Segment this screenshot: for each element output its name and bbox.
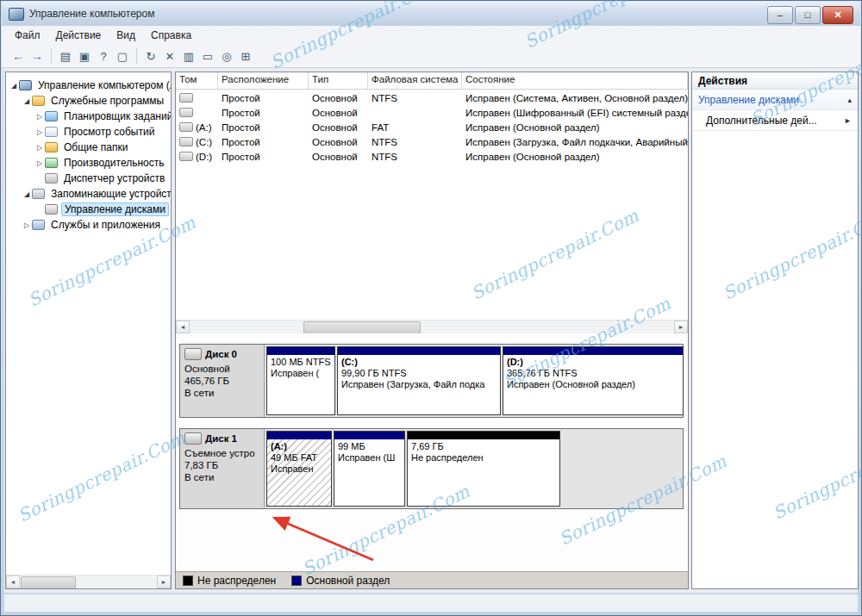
expander-collapsed-icon[interactable]: ▷ bbox=[22, 221, 32, 229]
scrollbar-thumb[interactable] bbox=[21, 576, 76, 589]
tree-item-storage[interactable]: ◢ Запоминающие устройст bbox=[6, 186, 171, 202]
tree-item-task-scheduler[interactable]: ▷ Планировщик заданий bbox=[6, 109, 171, 124]
partition-size: 100 МБ NTFS bbox=[271, 357, 331, 368]
tree-item-system-tools[interactable]: ◢ Служебные программы bbox=[6, 93, 171, 109]
console-window2-icon[interactable]: ▢ bbox=[113, 47, 132, 65]
partition-title: (D:) bbox=[507, 357, 679, 368]
expander-collapsed-icon[interactable]: ▷ bbox=[34, 128, 45, 136]
maximize-button[interactable]: □ bbox=[795, 6, 821, 24]
toolbar-separator bbox=[136, 48, 137, 64]
forward-icon[interactable]: → bbox=[28, 47, 47, 65]
disk-size: 465,76 ГБ bbox=[184, 375, 259, 387]
scroll-left-icon[interactable]: ◄ bbox=[176, 320, 190, 333]
shared-folders-icon bbox=[45, 142, 58, 152]
titlebar: Управление компьютером – □ ✕ bbox=[2, 2, 860, 26]
back-icon[interactable]: ← bbox=[9, 47, 28, 65]
search-icon[interactable]: ◎ bbox=[217, 47, 236, 65]
console-window-icon[interactable]: ▣ bbox=[75, 47, 94, 65]
device-manager-icon bbox=[45, 173, 58, 184]
partition-status: Исправен (Загрузка, Файл подка bbox=[341, 379, 497, 390]
tree-item-performance[interactable]: ▷ Производительность bbox=[6, 155, 171, 171]
partition-a[interactable]: (A:) 49 МБ FAT Исправен bbox=[266, 431, 332, 507]
expander-expanded-icon[interactable]: ◢ bbox=[22, 190, 32, 198]
scrollbar-thumb[interactable] bbox=[303, 321, 421, 334]
partition-status: Исправен (Основной раздел) bbox=[507, 379, 679, 390]
disk-icon bbox=[184, 348, 202, 360]
scroll-left-icon[interactable]: ◄ bbox=[6, 576, 20, 588]
column-status[interactable]: Состояние bbox=[462, 72, 688, 89]
menu-help[interactable]: Справка bbox=[143, 27, 199, 44]
expander-collapsed-icon[interactable]: ▷ bbox=[34, 113, 45, 121]
minimize-button[interactable]: – bbox=[767, 6, 793, 24]
show-console-tree-icon[interactable]: ▤ bbox=[56, 47, 75, 65]
partition-c[interactable]: (C:) 99,90 ГБ NTFS Исправен (Загрузка, Ф… bbox=[337, 346, 501, 415]
volumes-horizontal-scrollbar[interactable]: ◄ ► bbox=[176, 320, 688, 333]
scroll-right-icon[interactable]: ► bbox=[674, 320, 688, 333]
column-volume[interactable]: Том bbox=[176, 72, 218, 89]
volume-row[interactable]: (A:) Простой Основной FAT Исправен (Осно… bbox=[176, 120, 688, 134]
task-scheduler-icon bbox=[45, 111, 58, 121]
action-disk-management[interactable]: Управление дисками ▴ bbox=[692, 90, 858, 110]
volume-row[interactable]: (D:) Простой Основной NTFS Исправен (Осн… bbox=[176, 149, 688, 164]
grid-icon[interactable]: ⊞ bbox=[236, 47, 255, 65]
expander-collapsed-icon[interactable]: ▷ bbox=[34, 159, 45, 167]
close-button[interactable]: ✕ bbox=[822, 6, 853, 24]
scroll-right-icon[interactable]: ► bbox=[157, 576, 171, 588]
tree-item-shared-folders[interactable]: ▷ Общие папки bbox=[6, 140, 171, 155]
column-filesystem[interactable]: Файловая система bbox=[368, 72, 462, 89]
volume-icon bbox=[179, 152, 193, 161]
disk-icon bbox=[184, 432, 202, 445]
tree-item-services-apps[interactable]: ▷ Службы и приложения bbox=[6, 217, 171, 233]
menu-file[interactable]: Файл bbox=[7, 27, 48, 44]
disk-1-info[interactable]: Диск 1 Съемное устро 7,83 ГБ В сети bbox=[180, 429, 265, 508]
volume-row[interactable]: (C:) Простой Основной NTFS Исправен (Заг… bbox=[176, 134, 688, 149]
menu-action[interactable]: Действие bbox=[48, 27, 109, 44]
expander-collapsed-icon[interactable]: ▷ bbox=[34, 144, 45, 152]
legend-swatch-unallocated bbox=[183, 576, 193, 586]
open-icon[interactable]: ▭ bbox=[198, 47, 217, 65]
tree-item-disk-management[interactable]: Управление дисками bbox=[6, 202, 171, 217]
partition-title: (A:) bbox=[271, 441, 328, 452]
properties-icon[interactable]: ▥ bbox=[179, 47, 198, 65]
tree-item-label: Общие папки bbox=[61, 140, 130, 154]
volume-name: (C:) bbox=[196, 137, 212, 147]
refresh-icon[interactable]: ↻ bbox=[141, 47, 160, 65]
partition-d[interactable]: (D:) 365,76 ГБ NTFS Исправен (Основной р… bbox=[503, 346, 684, 415]
volume-status: Исправен (Шифрованный (EFI) системный ра… bbox=[462, 108, 688, 118]
action-more-actions[interactable]: Дополнительные дей... ► bbox=[692, 110, 858, 131]
tree-item-event-viewer[interactable]: ▷ Просмотр событий bbox=[6, 124, 171, 140]
partition-unallocated[interactable]: 7,69 ГБ Не распределен bbox=[407, 431, 560, 507]
column-layout[interactable]: Расположение bbox=[218, 72, 309, 89]
volume-type: Основной bbox=[309, 108, 368, 118]
volume-fs: NTFS bbox=[368, 152, 462, 162]
volume-layout: Простой bbox=[218, 152, 309, 162]
help-icon[interactable]: ? bbox=[94, 47, 113, 65]
screen: Управление компьютером – □ ✕ Файл Действ… bbox=[0, 0, 862, 616]
column-type[interactable]: Тип bbox=[309, 72, 368, 89]
tree-item-device-manager[interactable]: Диспетчер устройств bbox=[6, 171, 171, 186]
chevron-up-icon[interactable]: ▴ bbox=[847, 96, 852, 104]
tree-horizontal-scrollbar[interactable]: ◄ ► bbox=[6, 575, 171, 588]
partition-color-band bbox=[267, 347, 334, 355]
disk-size: 7,83 ГБ bbox=[184, 459, 259, 471]
partition-efi[interactable]: 99 МБ Исправен (Ш bbox=[334, 431, 405, 507]
menu-view[interactable]: Вид bbox=[109, 27, 143, 44]
partition-status: Исправен (Ш bbox=[338, 452, 401, 464]
partition-system-reserved[interactable]: 100 МБ NTFS Исправен ( bbox=[266, 346, 335, 415]
volume-row[interactable]: Простой Основной Исправен (Шифрованный (… bbox=[176, 105, 688, 120]
volume-status: Исправен (Загрузка, Файл подкачки, Авари… bbox=[462, 137, 688, 147]
delete-icon[interactable]: ✕ bbox=[160, 47, 179, 65]
expander-expanded-icon[interactable]: ◢ bbox=[22, 97, 32, 105]
partition-color-band bbox=[408, 432, 559, 439]
expander-expanded-icon[interactable]: ◢ bbox=[9, 82, 19, 90]
tree-item-label: Служебные программы bbox=[48, 94, 166, 108]
volume-layout: Простой bbox=[218, 122, 309, 133]
folder-tools-icon bbox=[32, 96, 45, 106]
disk-0-info[interactable]: Диск 0 Основной 465,76 ГБ В сети bbox=[180, 345, 265, 417]
volume-fs: NTFS bbox=[368, 93, 462, 103]
storage-icon bbox=[32, 189, 45, 199]
volume-row[interactable]: Простой Основной NTFS Исправен (Система,… bbox=[176, 90, 688, 105]
disk-status: В сети bbox=[184, 387, 259, 399]
action-label: Управление дисками bbox=[698, 94, 799, 106]
tree-item-computer-management[interactable]: ◢ Управление компьютером (л bbox=[6, 78, 171, 93]
